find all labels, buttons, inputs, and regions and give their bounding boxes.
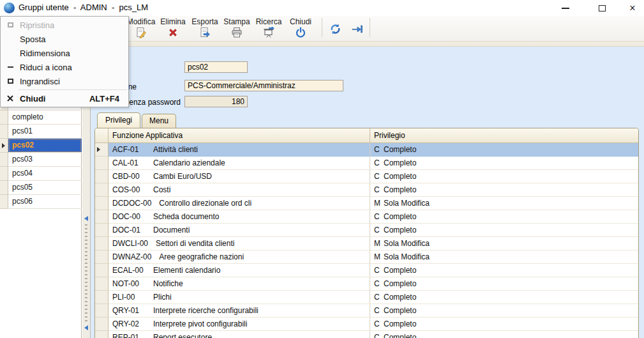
description-field[interactable] (184, 80, 343, 91)
toolbar-button-exit[interactable] (349, 21, 364, 36)
group-list-item-pcs05[interactable]: pcs05 (0, 181, 82, 195)
row-header[interactable] (95, 197, 109, 210)
cell-funzione-applicativa[interactable]: CBD-00Cambi Euro/USD (109, 170, 370, 183)
group-list-item-completo[interactable]: completo (0, 111, 82, 125)
cell-privilegio[interactable]: CCompleto (370, 170, 638, 183)
column-header-funzione[interactable]: Funzione Applicativa (109, 128, 370, 142)
close-button[interactable]: × (622, 0, 643, 16)
cell-funzione-applicativa[interactable]: COS-00Costi (109, 183, 370, 197)
splitter-grip[interactable] (85, 224, 87, 321)
splitter-collapse-arrow-top[interactable] (84, 216, 88, 221)
cell-privilegio[interactable]: CCompleto (370, 143, 638, 157)
cell-funzione-applicativa[interactable]: QRY-02Interprete pivot configurabili (109, 318, 370, 331)
row-header[interactable] (95, 157, 109, 170)
grid-row-not-00[interactable]: NOT-00NotificheCCompleto (95, 277, 638, 291)
group-name[interactable]: pcs01 (8, 125, 82, 139)
password-expiry-field[interactable] (184, 96, 248, 107)
row-header[interactable] (95, 291, 109, 304)
row-header[interactable] (0, 167, 8, 181)
row-header[interactable] (95, 318, 109, 331)
row-header[interactable] (95, 277, 109, 291)
grid-row-cal-01[interactable]: CAL-01Calendario aziendaleCCompleto (95, 157, 638, 170)
minimize-button[interactable] (555, 0, 576, 16)
row-header[interactable] (95, 264, 109, 277)
group-name[interactable]: pcs04 (8, 167, 82, 181)
group-list-item-pcs06[interactable]: pcs06 (0, 195, 82, 209)
grid-row-doc-01[interactable]: DOC-01DocumentiCCompleto (95, 224, 638, 237)
group-name[interactable]: pcs03 (8, 153, 82, 167)
grid-row-qry-01[interactable]: QRY-01Interprete ricerche configurabiliC… (95, 304, 638, 318)
cell-privilegio[interactable]: CCompleto (370, 157, 638, 170)
grid-row-cbd-00[interactable]: CBD-00Cambi Euro/USDCCompleto (95, 170, 638, 183)
row-header[interactable] (95, 250, 109, 264)
menu-item-ingrandisci[interactable]: Ingrandisci (1, 74, 128, 88)
cell-privilegio[interactable]: CCompleto (370, 183, 638, 197)
cell-privilegio[interactable]: CCompleto (370, 210, 638, 224)
group-name[interactable]: completo (8, 111, 82, 125)
row-header[interactable] (95, 331, 109, 338)
cell-privilegio[interactable]: CCompleto (370, 291, 638, 304)
row-header[interactable] (95, 210, 109, 224)
cell-funzione-applicativa[interactable]: ACF-01Attività clienti (109, 143, 370, 157)
cell-funzione-applicativa[interactable]: DWNAZ-00Aree geografiche nazioni (109, 250, 370, 264)
grid-row-cos-00[interactable]: COS-00CostiCCompleto (95, 183, 638, 197)
maximize-button[interactable] (592, 0, 612, 16)
row-header[interactable] (95, 304, 109, 318)
row-header[interactable] (0, 125, 8, 139)
toolbar-button-modifica[interactable]: Modifica (125, 16, 157, 40)
group-list-item-pcs04[interactable]: pcs04 (0, 167, 82, 181)
group-list-item-pcs03[interactable]: pcs03 (0, 153, 82, 167)
row-header[interactable] (95, 170, 109, 183)
grid-row-qry-02[interactable]: QRY-02Interprete pivot configurabiliCCom… (95, 318, 638, 331)
group-name[interactable]: pcs02 (8, 139, 82, 153)
splitter-collapse-arrow-bottom[interactable] (84, 325, 88, 330)
toolbar-button-esporta[interactable]: Esporta (189, 16, 221, 40)
cell-privilegio[interactable]: MSola Modifica (370, 237, 638, 250)
row-header[interactable] (95, 224, 109, 237)
menu-item-sposta[interactable]: Sposta (1, 32, 128, 46)
grid-row-rep-01[interactable]: REP-01Report esecutoreCCompleto (95, 331, 638, 338)
grid-row-dwnaz-00[interactable]: DWNAZ-00Aree geografiche nazioniMSola Mo… (95, 250, 638, 264)
toolbar-button-ricerca[interactable]: Ricerca (253, 16, 285, 40)
row-header[interactable] (0, 195, 8, 209)
cell-funzione-applicativa[interactable]: CAL-01Calendario aziendale (109, 157, 370, 170)
cell-funzione-applicativa[interactable]: DCDOC-00Controllo direzionale ord cli (109, 197, 370, 210)
toolbar-button-chiudi[interactable]: Chiudi (285, 16, 317, 40)
cell-funzione-applicativa[interactable]: REP-01Report esecutore (109, 331, 370, 338)
cell-funzione-applicativa[interactable]: PLI-00Plichi (109, 291, 370, 304)
menu-item-ridimensiona[interactable]: Ridimensiona (1, 46, 128, 60)
group-name[interactable]: pcs06 (8, 195, 82, 209)
cell-privilegio[interactable]: CCompleto (370, 331, 638, 338)
toolbar-button-elimina[interactable]: Elimina (157, 16, 189, 40)
cell-funzione-applicativa[interactable]: NOT-00Notifiche (109, 277, 370, 291)
cell-privilegio[interactable]: CCompleto (370, 304, 638, 318)
cell-privilegio[interactable]: CCompleto (370, 224, 638, 237)
row-header[interactable] (95, 237, 109, 250)
tab-privilegi[interactable]: Privilegi (97, 112, 140, 128)
toolbar-button-stampa[interactable]: Stampa (221, 16, 253, 40)
cell-funzione-applicativa[interactable]: ECAL-00Elementi calendario (109, 264, 370, 277)
grid-row-dcdoc-00[interactable]: DCDOC-00Controllo direzionale ord cliMSo… (95, 197, 638, 210)
row-header[interactable] (0, 153, 8, 167)
toolbar-button-refresh[interactable] (327, 21, 343, 36)
grid-row-dwcli-00[interactable]: DWCLI-00Settori di vendita clientiMSola … (95, 237, 638, 250)
row-header[interactable] (0, 139, 8, 153)
tab-menu[interactable]: Menu (142, 114, 176, 128)
menu-item-chiudi[interactable]: ChiudiALT+F4 (1, 91, 128, 105)
group-code-field[interactable] (184, 61, 248, 73)
cell-funzione-applicativa[interactable]: DWCLI-00Settori di vendita clienti (109, 237, 370, 250)
row-header[interactable] (95, 143, 109, 157)
column-header-privilegio[interactable]: Privilegio (370, 128, 638, 142)
grid-row-doc-00[interactable]: DOC-00Scheda documentoCCompleto (95, 210, 638, 224)
grid-row-ecal-00[interactable]: ECAL-00Elementi calendarioCCompleto (95, 264, 638, 277)
group-list-item-pcs01[interactable]: pcs01 (0, 125, 82, 139)
cell-privilegio[interactable]: CCompleto (370, 264, 638, 277)
group-name[interactable]: pcs05 (8, 181, 82, 195)
cell-funzione-applicativa[interactable]: DOC-01Documenti (109, 224, 370, 237)
row-header[interactable] (0, 181, 8, 195)
grid-row-pli-00[interactable]: PLI-00PlichiCCompleto (95, 291, 638, 304)
cell-funzione-applicativa[interactable]: QRY-01Interprete ricerche configurabili (109, 304, 370, 318)
grid-row-acf-01[interactable]: ACF-01Attività clientiCCompleto (95, 143, 638, 157)
cell-privilegio[interactable]: CCompleto (370, 277, 638, 291)
cell-privilegio[interactable]: MSola Modifica (370, 197, 638, 210)
